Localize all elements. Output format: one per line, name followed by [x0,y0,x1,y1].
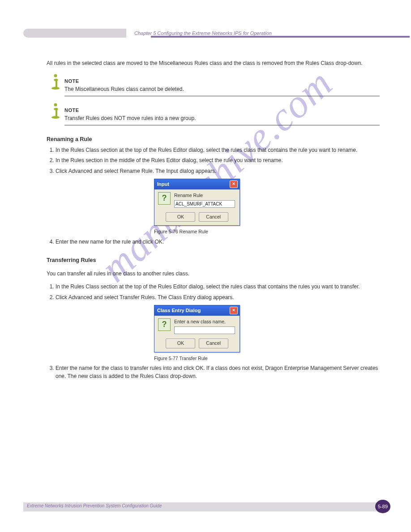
step: Click Advanced and select Rename Rule. T… [56,167,380,175]
note-row-2: NOTE Transfer Rules does NOT move rules … [47,103,380,125]
figure-caption: Figure 5-76 Rename Rule [154,228,380,236]
question-icon: ? [158,192,171,205]
dialog-title-text: Class Entry Dialog [157,307,201,314]
note-body: NOTE The Miscellaneous Rules class canno… [64,77,380,96]
cancel-button[interactable]: Cancel [199,212,228,222]
dialog-titlebar: Input × [154,179,240,189]
dialog-body: ? Rename Rule ACL_SMURF_ATTACK [154,189,240,211]
dialog-label: Rename Rule [174,192,236,199]
note-body: NOTE Transfer Rules does NOT move rules … [64,106,380,125]
dialog-rename-rule: Input × ? Rename Rule ACL_SMURF_ATTACK O… [154,179,240,226]
info-icon [47,73,64,92]
step: Enter the name for the class to transfer… [56,365,380,380]
dialog-body: ? Enter a new class name. [154,316,240,338]
note-label: NOTE [64,78,79,84]
section-heading-transfer: Transferring Rules [47,256,380,265]
transfer-steps: In the Rules Class section at the top of… [47,283,380,301]
dialog-title-text: Input [157,180,169,188]
ok-button[interactable]: OK [166,339,195,348]
transfer-intro: You can transfer all rules in one class … [47,270,380,278]
step: Enter the new name for the rule and clic… [56,238,380,246]
step: In the Rules Class section at the top of… [56,283,380,291]
page-number: 5-89 [375,500,390,513]
dialog-titlebar: Class Entry Dialog × [154,305,240,316]
intro-paragraph: All rules in the selected class are move… [47,59,380,67]
cancel-button[interactable]: Cancel [199,339,228,348]
dialog-class-entry: Class Entry Dialog × ? Enter a new class… [154,305,240,352]
header-accent-right [151,36,410,38]
note-label: NOTE [64,107,79,113]
close-icon[interactable]: × [230,180,238,188]
svg-point-3 [51,116,60,119]
dialog-buttons: OK Cancel [154,211,240,226]
note-row-1: NOTE The Miscellaneous Rules class canno… [47,73,380,96]
page-body: All rules in the selected class are move… [47,54,380,384]
svg-point-0 [54,74,57,77]
info-icon [47,103,64,121]
transfer-steps-cont: Enter the name for the class to transfer… [47,365,380,380]
section-heading-rename: Renaming a Rule [47,135,380,144]
rename-input[interactable]: ACL_SMURF_ATTACK [174,200,235,208]
figure-caption: Figure 5-77 Transfer Rule [154,355,380,362]
svg-point-1 [51,87,60,90]
ok-button[interactable]: OK [166,212,195,222]
header-accent-left [23,29,126,38]
step: In the Rules Class section at the top of… [56,146,380,154]
dialog-label: Enter a new class name. [174,318,236,326]
rename-steps-cont: Enter the new name for the rule and clic… [47,238,380,246]
close-icon[interactable]: × [230,307,238,314]
step: In the Rules section in the middle of th… [56,157,380,164]
note-text: Transfer Rules does NOT move rules into … [64,115,196,121]
breadcrumb: Chapter 5 Configuring the Extreme Networ… [134,30,272,36]
note-text: The Miscellaneous Rules class cannot be … [64,86,184,92]
question-icon: ? [158,318,171,331]
rename-steps: In the Rules Class section at the top of… [47,146,380,175]
svg-point-2 [54,103,57,107]
dialog-buttons: OK Cancel [154,338,240,352]
footer-text: Extreme Networks Intrusion Prevention Sy… [27,503,162,508]
classname-input[interactable] [174,326,235,334]
step: Click Advanced and select Transfer Rules… [56,294,380,301]
